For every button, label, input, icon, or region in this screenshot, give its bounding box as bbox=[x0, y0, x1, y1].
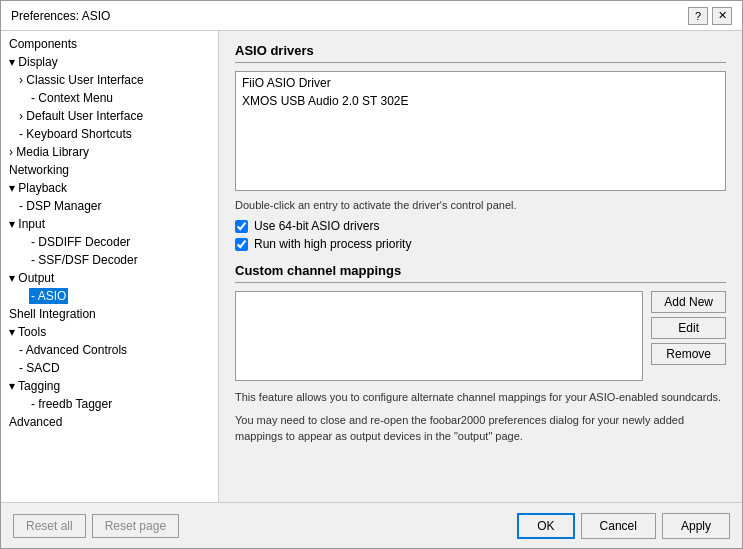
sidebar-item-dsdiff-decoder[interactable]: - DSDIFF Decoder bbox=[1, 233, 218, 251]
add-new-button[interactable]: Add New bbox=[651, 291, 726, 313]
sidebar-item-label-display: ▾ Display bbox=[7, 54, 60, 70]
sidebar-item-ssf-dsf-decoder[interactable]: - SSF/DSF Decoder bbox=[1, 251, 218, 269]
footer: Reset all Reset page OK Cancel Apply bbox=[1, 502, 742, 548]
sidebar-item-media-library[interactable]: › Media Library bbox=[1, 143, 218, 161]
sidebar-item-label-components: Components bbox=[7, 36, 79, 52]
sidebar: Components▾ Display› Classic User Interf… bbox=[1, 31, 219, 502]
cancel-button[interactable]: Cancel bbox=[581, 513, 656, 539]
title-bar: Preferences: ASIO ? ✕ bbox=[1, 1, 742, 31]
sidebar-item-label-keyboard-shortcuts: - Keyboard Shortcuts bbox=[17, 126, 134, 142]
sidebar-item-label-output: ▾ Output bbox=[7, 270, 56, 286]
sidebar-item-tools[interactable]: ▾ Tools bbox=[1, 323, 218, 341]
sidebar-item-components[interactable]: Components bbox=[1, 35, 218, 53]
footer-right: OK Cancel Apply bbox=[517, 513, 730, 539]
mappings-list[interactable] bbox=[235, 291, 643, 381]
sidebar-item-playback[interactable]: ▾ Playback bbox=[1, 179, 218, 197]
driver-item[interactable]: FiiO ASIO Driver bbox=[238, 74, 723, 92]
sidebar-item-label-media-library: › Media Library bbox=[7, 144, 91, 160]
sidebar-item-advanced[interactable]: Advanced bbox=[1, 413, 218, 431]
mappings-buttons: Add New Edit Remove bbox=[651, 291, 726, 381]
title-bar-controls: ? ✕ bbox=[688, 7, 732, 25]
drivers-list[interactable]: FiiO ASIO DriverXMOS USB Audio 2.0 ST 30… bbox=[235, 71, 726, 191]
sidebar-item-label-sacd: - SACD bbox=[17, 360, 62, 376]
sidebar-item-label-networking: Networking bbox=[7, 162, 71, 178]
asio-drivers-title: ASIO drivers bbox=[235, 43, 726, 63]
sidebar-item-default-ui[interactable]: › Default User Interface bbox=[1, 107, 218, 125]
use-64bit-checkbox[interactable] bbox=[235, 220, 248, 233]
sidebar-item-input[interactable]: ▾ Input bbox=[1, 215, 218, 233]
sidebar-item-asio[interactable]: - ASIO bbox=[1, 287, 218, 305]
sidebar-item-label-freedb-tagger: - freedb Tagger bbox=[29, 396, 114, 412]
note1: This feature allows you to configure alt… bbox=[235, 389, 726, 406]
sidebar-item-label-asio: - ASIO bbox=[29, 288, 68, 304]
custom-mappings-section: Custom channel mappings Add New Edit Rem… bbox=[235, 263, 726, 445]
high-priority-row: Run with high process priority bbox=[235, 237, 726, 251]
custom-mappings-title: Custom channel mappings bbox=[235, 263, 726, 283]
sidebar-item-label-playback: ▾ Playback bbox=[7, 180, 69, 196]
ok-button[interactable]: OK bbox=[517, 513, 574, 539]
double-click-hint: Double-click an entry to activate the dr… bbox=[235, 199, 726, 211]
sidebar-item-keyboard-shortcuts[interactable]: - Keyboard Shortcuts bbox=[1, 125, 218, 143]
use-64bit-row: Use 64-bit ASIO drivers bbox=[235, 219, 726, 233]
high-priority-label: Run with high process priority bbox=[254, 237, 411, 251]
sidebar-item-label-tagging: ▾ Tagging bbox=[7, 378, 62, 394]
sidebar-item-label-advanced: Advanced bbox=[7, 414, 64, 430]
sidebar-item-context-menu[interactable]: - Context Menu bbox=[1, 89, 218, 107]
reset-all-button[interactable]: Reset all bbox=[13, 514, 86, 538]
sidebar-item-label-advanced-controls: - Advanced Controls bbox=[17, 342, 129, 358]
dialog-body: Components▾ Display› Classic User Interf… bbox=[1, 31, 742, 502]
sidebar-item-label-tools: ▾ Tools bbox=[7, 324, 48, 340]
sidebar-item-shell-integration[interactable]: Shell Integration bbox=[1, 305, 218, 323]
use-64bit-label: Use 64-bit ASIO drivers bbox=[254, 219, 379, 233]
sidebar-item-label-classic-ui: › Classic User Interface bbox=[17, 72, 146, 88]
sidebar-item-sacd[interactable]: - SACD bbox=[1, 359, 218, 377]
high-priority-checkbox[interactable] bbox=[235, 238, 248, 251]
sidebar-item-dsp-manager[interactable]: - DSP Manager bbox=[1, 197, 218, 215]
sidebar-item-label-dsp-manager: - DSP Manager bbox=[17, 198, 103, 214]
sidebar-item-label-ssf-dsf-decoder: - SSF/DSF Decoder bbox=[29, 252, 140, 268]
sidebar-item-label-context-menu: - Context Menu bbox=[29, 90, 115, 106]
main-content: ASIO drivers FiiO ASIO DriverXMOS USB Au… bbox=[219, 31, 742, 502]
apply-button[interactable]: Apply bbox=[662, 513, 730, 539]
remove-button[interactable]: Remove bbox=[651, 343, 726, 365]
sidebar-item-freedb-tagger[interactable]: - freedb Tagger bbox=[1, 395, 218, 413]
sidebar-item-advanced-controls[interactable]: - Advanced Controls bbox=[1, 341, 218, 359]
dialog-title: Preferences: ASIO bbox=[11, 9, 110, 23]
sidebar-item-classic-ui[interactable]: › Classic User Interface bbox=[1, 71, 218, 89]
preferences-dialog: Preferences: ASIO ? ✕ Components▾ Displa… bbox=[0, 0, 743, 549]
footer-left: Reset all Reset page bbox=[13, 514, 179, 538]
sidebar-item-tagging[interactable]: ▾ Tagging bbox=[1, 377, 218, 395]
sidebar-item-label-input: ▾ Input bbox=[7, 216, 47, 232]
close-button[interactable]: ✕ bbox=[712, 7, 732, 25]
reset-page-button[interactable]: Reset page bbox=[92, 514, 179, 538]
driver-item[interactable]: XMOS USB Audio 2.0 ST 302E bbox=[238, 92, 723, 110]
edit-button[interactable]: Edit bbox=[651, 317, 726, 339]
sidebar-item-networking[interactable]: Networking bbox=[1, 161, 218, 179]
sidebar-item-label-dsdiff-decoder: - DSDIFF Decoder bbox=[29, 234, 132, 250]
sidebar-item-output[interactable]: ▾ Output bbox=[1, 269, 218, 287]
sidebar-item-display[interactable]: ▾ Display bbox=[1, 53, 218, 71]
sidebar-item-label-shell-integration: Shell Integration bbox=[7, 306, 98, 322]
mappings-area: Add New Edit Remove bbox=[235, 291, 726, 381]
sidebar-item-label-default-ui: › Default User Interface bbox=[17, 108, 145, 124]
help-button[interactable]: ? bbox=[688, 7, 708, 25]
note2: You may need to close and re-open the fo… bbox=[235, 412, 726, 445]
